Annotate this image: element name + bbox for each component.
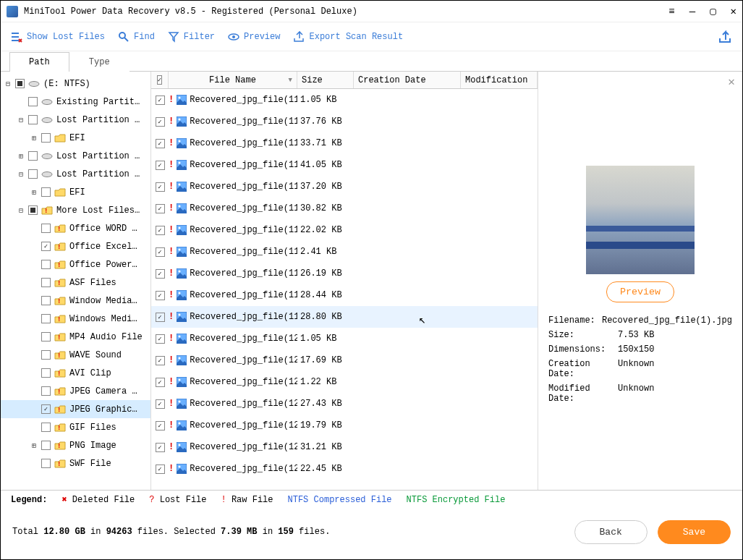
tree-item[interactable]: !SWF File: [1, 454, 150, 472]
tree-checkbox[interactable]: [41, 459, 51, 468]
expander-icon[interactable]: ⊟: [4, 80, 12, 88]
tree-checkbox[interactable]: [41, 332, 51, 341]
tree-item[interactable]: !WAVE Sound: [1, 346, 150, 364]
row-checkbox[interactable]: [156, 313, 165, 322]
file-row[interactable]: !Recovered_jpg_file(117)…26.19 KB: [151, 263, 538, 284]
expander-icon[interactable]: ⊞: [30, 188, 38, 197]
row-checkbox[interactable]: [156, 334, 165, 344]
tree-item[interactable]: !ASF Files: [1, 273, 150, 292]
expander-icon[interactable]: ⊟: [17, 206, 25, 215]
expander-icon[interactable]: ⊟: [17, 116, 25, 124]
maximize-icon[interactable]: ▢: [710, 5, 716, 17]
expander-icon[interactable]: ⊞: [30, 134, 38, 143]
tree-item[interactable]: ⊞!PNG Image: [1, 436, 150, 454]
preview-action-button[interactable]: Preview: [606, 281, 674, 302]
row-checkbox[interactable]: [156, 161, 165, 170]
preview-button[interactable]: Preview: [228, 31, 280, 43]
header-filename[interactable]: File Name▼: [169, 72, 297, 88]
filter-button[interactable]: Filter: [168, 31, 215, 43]
close-icon[interactable]: ✕: [731, 5, 736, 17]
row-checkbox[interactable]: [156, 269, 165, 279]
row-checkbox[interactable]: [156, 204, 165, 213]
expander-icon[interactable]: ⊟: [17, 170, 25, 179]
file-row[interactable]: !Recovered_jpg_file(121)…1.22 KB: [151, 371, 538, 393]
tree-item[interactable]: !GIF Files: [1, 418, 150, 436]
row-checkbox[interactable]: [156, 443, 165, 452]
tab-path[interactable]: Path: [9, 52, 69, 72]
tree-checkbox[interactable]: [41, 242, 51, 251]
header-creation-date[interactable]: Creation Date: [354, 72, 461, 88]
tree-checkbox[interactable]: [28, 115, 38, 124]
tree-checkbox[interactable]: [41, 441, 51, 450]
menu-icon[interactable]: ≡: [668, 6, 674, 17]
file-row[interactable]: !Recovered_jpg_file(125)…22.45 KB: [151, 458, 538, 480]
row-checkbox[interactable]: [156, 247, 165, 257]
file-row[interactable]: !Recovered_jpg_file(12).…1.05 KB: [151, 328, 538, 349]
tree-checkbox[interactable]: [41, 404, 51, 414]
file-row[interactable]: !Recovered_jpg_file(118)…28.44 KB: [151, 284, 538, 306]
row-checkbox[interactable]: [156, 226, 165, 235]
row-checkbox[interactable]: [156, 378, 165, 387]
tree-item[interactable]: !AVI Clip: [1, 364, 150, 382]
row-checkbox[interactable]: [156, 117, 165, 127]
tree-item[interactable]: ⊟Lost Partition …: [1, 165, 150, 183]
file-row[interactable]: !Recovered_jpg_file(112)…41.05 KB: [151, 154, 538, 176]
minimize-icon[interactable]: —: [689, 6, 695, 17]
tree-item[interactable]: !Office WORD …: [1, 219, 150, 237]
tree-item[interactable]: ⊞EFI: [1, 129, 150, 147]
tree-item[interactable]: ⊟Lost Partition …: [1, 111, 150, 129]
tree-checkbox[interactable]: [15, 79, 25, 88]
tree-checkbox[interactable]: [41, 314, 51, 323]
header-size[interactable]: Size: [297, 72, 354, 88]
file-row[interactable]: !Recovered_jpg_file(110)…37.76 KB: [151, 111, 538, 132]
tree-item[interactable]: !JPEG Graphic…: [1, 400, 150, 418]
tree-item[interactable]: !MP4 Audio File: [1, 328, 150, 346]
tree-item[interactable]: Existing Partit…: [1, 93, 150, 111]
tree-item[interactable]: !Windows Medi…: [1, 310, 150, 328]
tree-item[interactable]: ⊞EFI: [1, 183, 150, 201]
expander-icon[interactable]: ⊞: [17, 152, 25, 161]
close-preview-icon[interactable]: ✕: [728, 75, 735, 89]
file-row[interactable]: !Recovered_jpg_file(123)…19.79 KB: [151, 415, 538, 436]
row-checkbox[interactable]: [156, 139, 165, 148]
tree-item[interactable]: !Office Power…: [1, 255, 150, 273]
tree-checkbox[interactable]: [41, 296, 51, 305]
row-checkbox[interactable]: [156, 182, 165, 192]
file-row[interactable]: !Recovered_jpg_file(113)…37.20 KB: [151, 176, 538, 198]
row-checkbox[interactable]: [156, 96, 165, 105]
file-row[interactable]: !Recovered_jpg_file(111)…33.71 KB: [151, 132, 538, 154]
tree-item[interactable]: !JPEG Camera …: [1, 382, 150, 400]
file-row[interactable]: !Recovered_jpg_file(124)…31.21 KB: [151, 436, 538, 458]
tree-checkbox[interactable]: [28, 151, 38, 161]
tab-type[interactable]: Type: [69, 52, 130, 72]
share-icon[interactable]: [718, 30, 732, 44]
file-row[interactable]: !Recovered_jpg_file(119)…28.80 KB: [151, 306, 538, 328]
tree-checkbox[interactable]: [41, 350, 51, 360]
row-checkbox[interactable]: [156, 356, 165, 365]
tree-item[interactable]: !Office Excel…: [1, 237, 150, 255]
row-checkbox[interactable]: [156, 464, 165, 474]
tree-checkbox[interactable]: [41, 187, 51, 197]
tree-item[interactable]: ⊞Lost Partition …: [1, 147, 150, 165]
file-row[interactable]: !Recovered_jpg_file(115)…22.02 KB: [151, 219, 538, 241]
tree-checkbox[interactable]: [41, 133, 51, 143]
show-lost-files-button[interactable]: Show Lost Files: [11, 31, 105, 43]
tree-item[interactable]: ⊟(E: NTFS): [1, 75, 150, 93]
file-row[interactable]: !Recovered_jpg_file(120)…17.69 KB: [151, 349, 538, 371]
tree-checkbox[interactable]: [41, 260, 51, 269]
row-checkbox[interactable]: [156, 291, 165, 300]
file-row[interactable]: !Recovered_jpg_file(11).…1.05 KB: [151, 89, 538, 111]
tree-item[interactable]: !Window Media…: [1, 292, 150, 310]
export-button[interactable]: Export Scan Result: [293, 31, 403, 43]
tree-checkbox[interactable]: [41, 368, 51, 378]
expander-icon[interactable]: ⊞: [30, 441, 38, 450]
row-checkbox[interactable]: [156, 399, 165, 409]
file-row[interactable]: !Recovered_jpg_file(122)…27.43 KB: [151, 393, 538, 415]
tree-item[interactable]: ⊟!More Lost Files…: [1, 201, 150, 219]
file-row[interactable]: !Recovered_jpg_file(116)…2.41 KB: [151, 241, 538, 263]
tree-checkbox[interactable]: [41, 423, 51, 432]
tree-checkbox[interactable]: [41, 224, 51, 233]
tree-checkbox[interactable]: [28, 97, 38, 106]
header-checkbox[interactable]: [151, 72, 169, 88]
tree-checkbox[interactable]: [28, 169, 38, 179]
